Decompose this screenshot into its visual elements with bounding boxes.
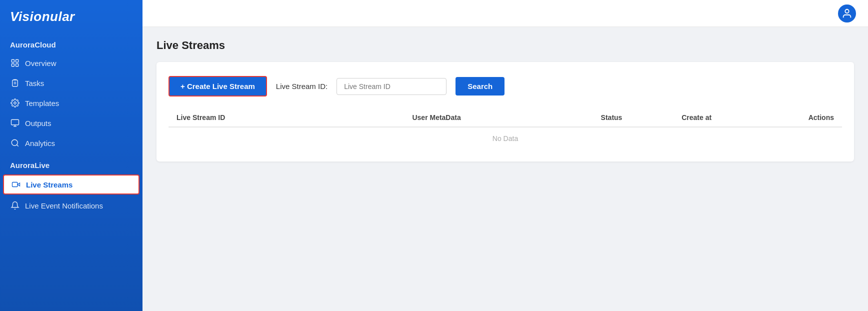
grid-icon [10,58,20,68]
sidebar-item-live-streams[interactable]: Live Streams [3,174,140,194]
avatar[interactable] [838,4,856,22]
sidebar-item-overview[interactable]: Overview [0,53,142,73]
section-title-auroralive: AuroraLive [0,153,142,174]
svg-rect-3 [16,64,18,66]
sidebar-item-label: Live Event Notifications [25,202,103,210]
sidebar-item-label: Outputs [25,119,52,128]
svg-rect-8 [12,120,19,125]
search-button[interactable]: Search [456,77,504,96]
content-area: Live Streams + Create Live Stream Live S… [142,27,868,311]
sidebar-item-label: Tasks [25,79,44,88]
sidebar-item-label: Analytics [25,139,55,148]
sidebar-item-label: Overview [25,59,56,68]
no-data-message: No Data [168,127,842,150]
search-label: Live Stream ID: [276,82,328,90]
table-empty-row: No Data [168,127,842,150]
section-title-auroracloud: AuroraCloud [0,32,142,53]
svg-rect-13 [12,182,18,187]
col-header-actions: Actions [774,108,842,127]
clipboard-icon [10,78,20,88]
search-input[interactable] [336,78,446,95]
col-header-live-stream-id: Live Stream ID [168,108,404,127]
col-header-create-at: Create at [674,108,774,127]
svg-point-7 [14,102,16,104]
table-body: No Data [168,127,842,150]
sidebar-item-analytics[interactable]: Analytics [0,133,142,153]
analytics-icon [10,138,20,148]
svg-rect-1 [16,60,18,62]
sidebar-item-templates[interactable]: Templates [0,93,142,113]
sidebar-item-outputs[interactable]: Outputs [0,113,142,133]
toolbar: + Create Live Stream Live Stream ID: Sea… [168,76,842,96]
col-header-status: Status [593,108,674,127]
create-live-stream-button[interactable]: + Create Live Stream [168,76,267,96]
sidebar-item-live-event-notifications[interactable]: Live Event Notifications [0,196,142,216]
bell-icon [10,200,20,210]
topbar [142,0,868,27]
settings-icon [10,98,20,108]
video-icon [11,180,21,190]
live-streams-table: Live Stream ID User MetaData Status Crea… [168,108,842,150]
sidebar-item-label: Templates [25,99,59,108]
main-card: + Create Live Stream Live Stream ID: Sea… [156,62,854,162]
page-title: Live Streams [156,39,854,52]
sidebar-item-label: Live Streams [26,180,72,189]
svg-point-11 [12,140,18,146]
table-header: Live Stream ID User MetaData Status Crea… [168,108,842,127]
sidebar-item-tasks[interactable]: Tasks [0,73,142,93]
svg-line-12 [16,144,18,146]
main-content: Live Streams + Create Live Stream Live S… [142,0,868,311]
svg-rect-2 [12,64,14,66]
col-header-user-metadata: User MetaData [404,108,592,127]
svg-rect-0 [12,60,14,62]
logo: Visionular [0,0,142,32]
sidebar: Visionular AuroraCloud Overview Tasks Te… [0,0,142,311]
svg-rect-4 [12,80,18,86]
svg-point-14 [845,9,848,12]
monitor-icon [10,118,20,128]
